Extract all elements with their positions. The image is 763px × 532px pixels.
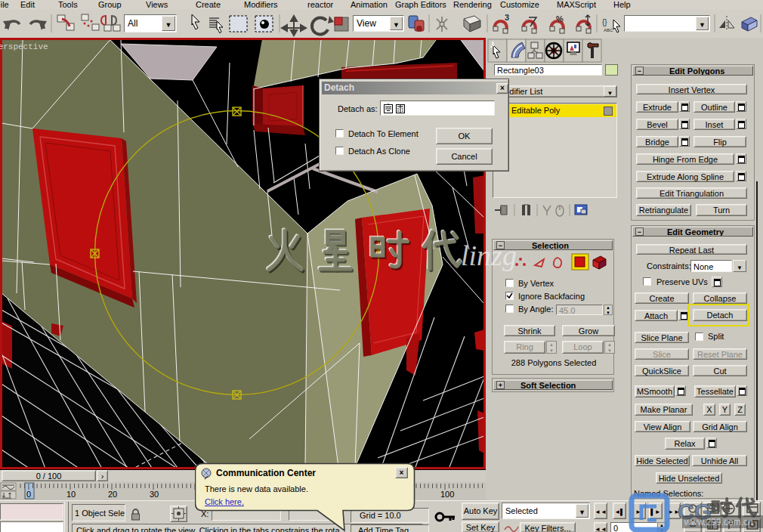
svg-text:30: 30 xyxy=(150,490,159,499)
svg-text:20: 20 xyxy=(108,490,117,499)
svg-text:0: 0 xyxy=(26,490,31,499)
svg-text:100: 100 xyxy=(440,490,454,499)
svg-text:www.299.com.cn: www.299.com.cn xyxy=(684,517,753,527)
svg-text:Perspective: Perspective xyxy=(0,42,48,51)
svg-text:10: 10 xyxy=(66,490,76,499)
